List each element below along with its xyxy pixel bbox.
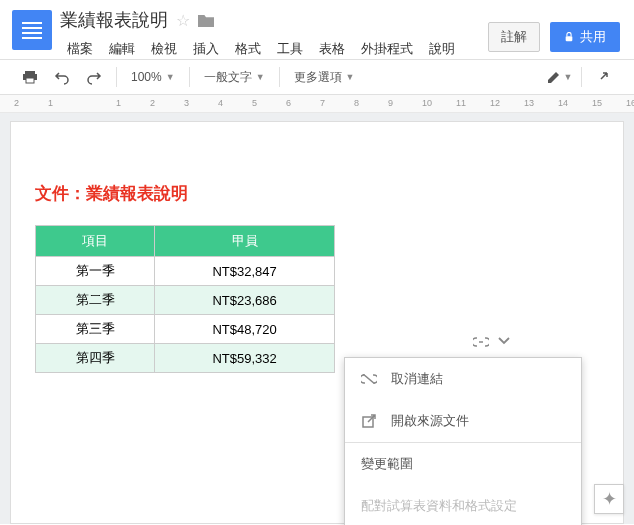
menu-item[interactable]: 檢視	[144, 38, 184, 60]
document-heading: 文件：業績報表說明	[35, 182, 599, 205]
chevron-down-icon[interactable]	[497, 337, 511, 347]
unlink-icon	[361, 371, 377, 387]
popup-change-range[interactable]: 變更範圍	[345, 443, 581, 485]
table-header: 甲員	[155, 226, 335, 257]
undo-icon[interactable]	[48, 63, 76, 91]
popup-match-format: 配對試算表資料和格式設定	[345, 485, 581, 525]
table-row: 第三季NT$48,720	[36, 315, 335, 344]
table-row: 第二季NT$23,686	[36, 286, 335, 315]
redo-icon[interactable]	[80, 63, 108, 91]
expand-icon[interactable]	[590, 63, 618, 91]
menu-item[interactable]: 檔案	[60, 38, 100, 60]
print-icon[interactable]	[16, 63, 44, 91]
table-header: 項目	[36, 226, 155, 257]
lock-icon	[564, 32, 574, 42]
popup-open-source[interactable]: 開啟來源文件	[345, 400, 581, 442]
share-button[interactable]: 共用	[550, 22, 620, 52]
folder-icon[interactable]	[198, 13, 214, 27]
context-popup: 取消連結 開啟來源文件 變更範圍 配對試算表資料和格式設定	[344, 357, 582, 525]
link-toolbar	[473, 337, 511, 347]
svg-rect-1	[25, 71, 35, 74]
menu-item[interactable]: 表格	[312, 38, 352, 60]
share-label: 共用	[580, 28, 606, 46]
page-area: 文件：業績報表說明 項目甲員 第一季NT$32,847第二季NT$23,686第…	[0, 113, 634, 524]
zoom-dropdown[interactable]: 100%▼	[125, 70, 181, 84]
open-external-icon	[361, 413, 377, 429]
menu-item[interactable]: 說明	[422, 38, 462, 60]
document-title[interactable]: 業績報表說明	[60, 8, 168, 32]
menu-item[interactable]: 工具	[270, 38, 310, 60]
link-icon[interactable]	[473, 337, 489, 347]
edit-mode-icon[interactable]: ▼	[545, 63, 573, 91]
svg-rect-0	[566, 36, 573, 41]
table-body: 第一季NT$32,847第二季NT$23,686第三季NT$48,720第四季N…	[36, 257, 335, 373]
style-dropdown[interactable]: 一般文字▼	[198, 69, 271, 86]
docs-logo[interactable]	[12, 10, 52, 50]
table-row: 第一季NT$32,847	[36, 257, 335, 286]
menu-item[interactable]: 編輯	[102, 38, 142, 60]
menu-bar: 檔案編輯檢視插入格式工具表格外掛程式說明	[60, 38, 488, 60]
menu-item[interactable]: 外掛程式	[354, 38, 420, 60]
star-icon[interactable]: ☆	[176, 11, 190, 30]
menu-item[interactable]: 插入	[186, 38, 226, 60]
title-area: 業績報表說明 ☆ 檔案編輯檢視插入格式工具表格外掛程式說明	[60, 0, 488, 58]
data-table: 項目甲員 第一季NT$32,847第二季NT$23,686第三季NT$48,72…	[35, 225, 335, 373]
toolbar: 100%▼ 一般文字▼ 更多選項▼ ▼	[0, 59, 634, 95]
table-header-row: 項目甲員	[36, 226, 335, 257]
more-options[interactable]: 更多選項▼	[288, 69, 361, 86]
ruler: 2112345678910111213141516	[0, 95, 634, 113]
popup-cancel-link[interactable]: 取消連結	[345, 358, 581, 400]
comment-button[interactable]: 註解	[488, 22, 540, 52]
menu-item[interactable]: 格式	[228, 38, 268, 60]
app-header: 業績報表說明 ☆ 檔案編輯檢視插入格式工具表格外掛程式說明 註解 共用	[0, 0, 634, 59]
explore-button[interactable]: ✦	[594, 484, 624, 514]
table-row: 第四季NT$59,332	[36, 344, 335, 373]
svg-rect-3	[26, 78, 34, 83]
